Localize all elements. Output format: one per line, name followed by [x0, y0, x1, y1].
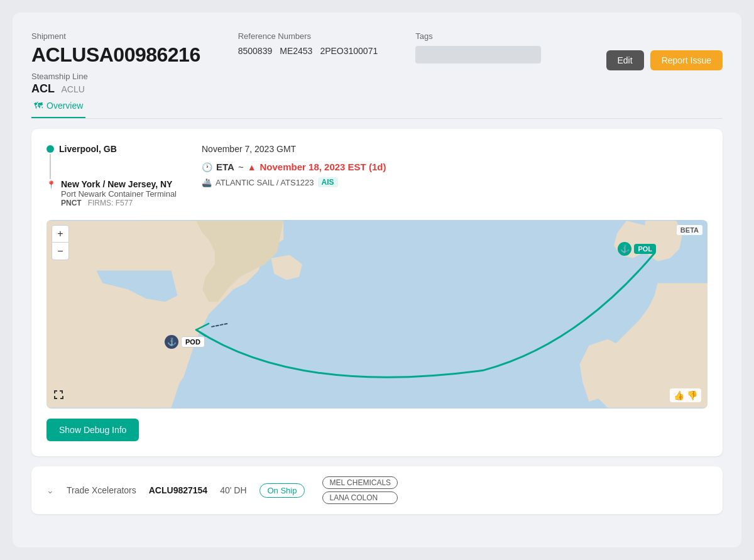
pod-anchor-icon: ⚓ — [165, 335, 178, 349]
beta-badge: BETA — [677, 225, 702, 235]
fullscreen-button[interactable] — [53, 389, 64, 402]
steamship-code: ACLU — [61, 84, 84, 94]
action-buttons: Edit Report Issue — [606, 50, 723, 70]
tabs-row: 🗺 Overview — [31, 96, 723, 119]
tab-overview[interactable]: 🗺 Overview — [31, 96, 85, 118]
eta-date: November 18, 2023 EST (1d) — [260, 162, 386, 172]
pol-label: POL — [634, 244, 656, 254]
vessel-name: ATLANTIC SAIL / ATS1223 — [216, 178, 314, 187]
route-destination: 📍 New York / New Jersey, NY Port Newark … — [46, 179, 177, 207]
reference-numbers: 8500839 ME2453 2PEO3100071 — [238, 46, 378, 56]
clock-icon: 🕐 — [202, 162, 212, 172]
pod-label: POD — [181, 336, 205, 348]
map-feedback: 👍 👎 — [670, 388, 701, 402]
overview-icon: 🗺 — [34, 101, 43, 111]
departure-date: November 7, 2023 GMT — [202, 144, 386, 154]
origin-city: Liverpool, GB — [59, 144, 117, 154]
eta-tilde: ~ — [238, 162, 244, 172]
reference-block: Reference Numbers 8500839 ME2453 2PEO310… — [238, 31, 378, 56]
thumbs-up-button[interactable]: 👍 — [674, 390, 684, 400]
on-ship-badge: On Ship — [260, 483, 305, 498]
zoom-in-button[interactable]: + — [52, 225, 69, 243]
destination-codes: PNCT FIRMS: F577 — [61, 199, 177, 207]
cargo-container-id: ACLU9827154 — [149, 485, 207, 495]
cargo-tag-2: LANA COLON — [322, 491, 398, 504]
cargo-tag-1: MEL CHEMICALS — [322, 476, 398, 489]
destination-terminal: Port Newark Container Terminal — [61, 189, 177, 199]
tab-overview-label: Overview — [46, 101, 83, 111]
thumbs-down-button[interactable]: 👎 — [687, 390, 697, 400]
ref-number-2: ME2453 — [280, 46, 312, 56]
steamship-name: ACL — [31, 82, 55, 95]
pol-marker: ⚓ POL — [618, 242, 656, 256]
ais-badge: AIS — [318, 177, 338, 187]
origin-dot — [46, 145, 54, 153]
cargo-size: 40' DH — [220, 485, 246, 495]
destination-pin-icon: 📍 — [46, 180, 56, 189]
route-connector — [50, 154, 51, 179]
ref-number-1: 8500839 — [238, 46, 273, 56]
cargo-company: Trade Xcelerators — [67, 485, 136, 495]
route-section: Liverpool, GB 📍 New York / New Jersey, N… — [46, 144, 708, 207]
map-controls: + − — [52, 225, 69, 260]
destination-text: New York / New Jersey, NY Port Newark Co… — [61, 179, 177, 207]
steamship-label: Steamship Line — [31, 72, 200, 81]
shipment-label: Shipment — [31, 31, 200, 41]
zoom-out-button[interactable]: − — [52, 243, 69, 260]
tags-input[interactable] — [415, 46, 541, 63]
edit-button[interactable]: Edit — [606, 50, 644, 70]
destination-firms — [84, 199, 85, 207]
ref-number-3: 2PEO3100071 — [320, 46, 378, 56]
cargo-row: ⌄ Trade Xcelerators ACLU9827154 40' DH O… — [31, 466, 723, 514]
page-container: Shipment ACLUSA00986216 Steamship Line A… — [13, 13, 741, 547]
shipment-block: Shipment ACLUSA00986216 Steamship Line A… — [31, 31, 200, 96]
map-container: + − BETA ⚓ POD ⚓ POL — [46, 220, 708, 409]
destination-code: PNCT — [61, 199, 82, 207]
eta-row: 🕐 ETA ~ ▲ November 18, 2023 EST (1d) — [202, 162, 386, 172]
destination-name: New York / New Jersey, NY — [61, 179, 177, 189]
route-origin: Liverpool, GB — [46, 144, 177, 154]
vessel-row: 🚢 ATLANTIC SAIL / ATS1223 AIS — [202, 177, 386, 187]
eta-label: ETA — [216, 162, 234, 172]
report-issue-button[interactable]: Report Issue — [650, 50, 723, 70]
eta-up-arrow: ▲ — [248, 162, 256, 172]
destination-firms-value: FIRMS: F577 — [88, 199, 133, 207]
steamship-value: ACL ACLU — [31, 82, 200, 96]
debug-button[interactable]: Show Debug Info — [46, 419, 139, 441]
route-left: Liverpool, GB 📍 New York / New Jersey, N… — [46, 144, 177, 207]
expand-icon[interactable]: ⌄ — [46, 485, 54, 495]
main-card: Liverpool, GB 📍 New York / New Jersey, N… — [31, 129, 723, 456]
pod-marker: ⚓ POD — [165, 335, 205, 349]
header-left: Shipment ACLUSA00986216 Steamship Line A… — [31, 31, 541, 96]
reference-label: Reference Numbers — [238, 31, 378, 41]
map-svg — [46, 220, 708, 409]
shipment-id: ACLUSA00986216 — [31, 43, 200, 67]
pol-anchor-icon: ⚓ — [618, 242, 631, 256]
header-section: Shipment ACLUSA00986216 Steamship Line A… — [31, 31, 723, 96]
route-right: November 7, 2023 GMT 🕐 ETA ~ ▲ November … — [202, 144, 386, 207]
cargo-tags: MEL CHEMICALS LANA COLON — [322, 476, 398, 504]
vessel-icon: 🚢 — [202, 178, 212, 187]
tags-block: Tags — [415, 31, 541, 63]
tags-label: Tags — [415, 31, 541, 41]
